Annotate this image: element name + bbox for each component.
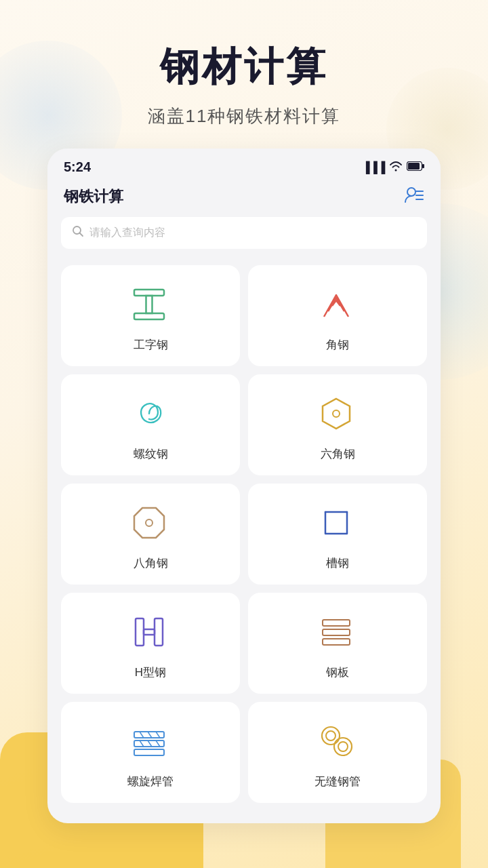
svg-rect-1	[408, 163, 420, 170]
svg-point-3	[407, 188, 415, 196]
grid-label-luoxuan-han-guan: 螺旋焊管	[127, 774, 174, 789]
wifi-icon	[389, 161, 403, 174]
app-header: 钢铁计算	[47, 180, 441, 217]
svg-rect-2	[422, 164, 424, 168]
spiral-pipe-icon	[129, 721, 172, 764]
spiral-icon	[129, 393, 172, 437]
h-beam-icon	[129, 284, 172, 328]
grid-label-bajiao-gang: 八角钢	[134, 555, 168, 571]
page-main-title: 钢材计算	[0, 41, 488, 94]
svg-rect-22	[323, 639, 350, 645]
search-icon	[72, 225, 84, 241]
svg-point-13	[333, 410, 340, 417]
svg-rect-20	[323, 620, 350, 626]
angle-steel-icon	[316, 284, 359, 328]
hexagon-icon	[316, 393, 359, 437]
svg-rect-10	[134, 313, 164, 319]
svg-point-34	[334, 738, 352, 755]
svg-marker-14	[134, 508, 164, 538]
grid-item-liujiao-gang[interactable]: 六角钢	[248, 374, 427, 475]
svg-line-27	[148, 732, 152, 738]
steel-plate-icon	[316, 612, 359, 655]
grid-label-luowen-gang: 螺纹钢	[134, 446, 168, 462]
channel-steel-icon	[316, 502, 359, 546]
grid-label-gang-ban: 钢板	[326, 665, 349, 680]
svg-rect-25	[134, 749, 164, 755]
header-area: 钢材计算 涵盖11种钢铁材料计算	[0, 0, 488, 149]
grid-label-cao-gang: 槽钢	[326, 555, 349, 571]
search-bar[interactable]: 请输入查询内容	[61, 217, 427, 249]
svg-rect-17	[136, 618, 144, 646]
material-grid: 工字钢 角钢 螺纹钢 六角钢 八角钢 槽钢	[47, 260, 441, 803]
grid-item-cao-gang[interactable]: 槽钢	[248, 484, 427, 585]
grid-item-wufeng-gang-guan[interactable]: 无缝钢管	[248, 702, 427, 803]
grid-item-h-xing-gang[interactable]: H型钢	[61, 593, 240, 694]
grid-label-h-xing-gang: H型钢	[135, 665, 166, 680]
svg-rect-21	[323, 629, 350, 635]
svg-point-15	[146, 519, 152, 526]
phone-card: 5:24 ▐▐▐ 钢铁计算	[47, 149, 441, 823]
profile-icon[interactable]	[404, 186, 424, 208]
svg-rect-18	[155, 618, 163, 646]
signal-icon: ▐▐▐	[362, 161, 385, 174]
status-icons: ▐▐▐	[362, 161, 424, 174]
h-shape-icon	[129, 612, 172, 655]
grid-item-gang-ban[interactable]: 钢板	[248, 593, 427, 694]
grid-item-luoxuan-han-guan[interactable]: 螺旋焊管	[61, 702, 240, 803]
svg-rect-19	[144, 629, 155, 635]
grid-label-gongzi-gang: 工字钢	[134, 337, 168, 353]
app-title: 钢铁计算	[64, 186, 123, 207]
svg-line-26	[140, 732, 144, 738]
svg-rect-9	[134, 290, 164, 296]
page-sub-title: 涵盖11种钢铁材料计算	[0, 104, 488, 128]
octagon-icon	[129, 502, 172, 546]
status-time: 5:24	[64, 159, 91, 175]
status-bar: 5:24 ▐▐▐	[47, 149, 441, 180]
grid-label-liujiao-gang: 六角钢	[321, 446, 355, 462]
search-placeholder-text: 请输入查询内容	[89, 226, 165, 240]
grid-item-bajiao-gang[interactable]: 八角钢	[61, 484, 240, 585]
grid-item-luowen-gang[interactable]: 螺纹钢	[61, 374, 240, 475]
seamless-pipe-icon	[316, 721, 359, 764]
grid-label-wufeng-gang-guan: 无缝钢管	[314, 774, 361, 789]
svg-line-8	[80, 233, 83, 237]
svg-marker-12	[323, 399, 350, 429]
svg-point-32	[322, 727, 340, 745]
svg-line-31	[156, 741, 160, 747]
grid-item-gongzi-gang[interactable]: 工字钢	[61, 265, 240, 366]
svg-point-33	[326, 731, 336, 741]
svg-point-35	[338, 742, 348, 751]
grid-label-jiao-gang: 角钢	[326, 337, 349, 353]
svg-line-30	[148, 741, 152, 747]
svg-line-29	[140, 741, 144, 747]
svg-line-28	[156, 732, 160, 738]
battery-icon	[407, 161, 424, 174]
svg-rect-11	[146, 296, 152, 313]
grid-item-jiao-gang[interactable]: 角钢	[248, 265, 427, 366]
